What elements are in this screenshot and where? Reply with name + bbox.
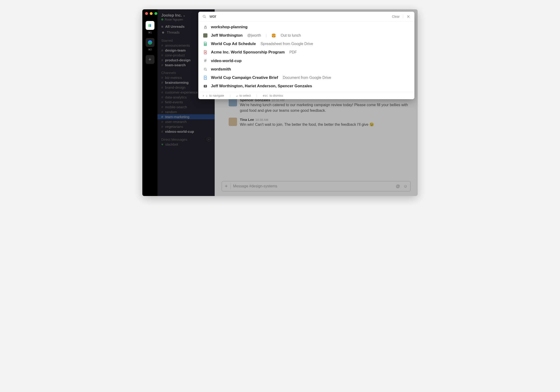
search-header: Clear [198,12,414,21]
search-result[interactable]: workshop-planning [198,23,414,31]
window-controls [145,12,157,15]
maximize-window-button[interactable] [154,12,157,15]
hash-icon: # [203,58,208,63]
hash-icon: # [161,105,163,109]
search-footer: ↑ ↓ to navigate | ↵ to select | esc to d… [198,92,414,99]
close-icon[interactable] [407,15,410,19]
result-title: Jeff Worthington [211,33,243,38]
minimize-window-button[interactable] [150,12,153,15]
current-user-name: Rose Nguyen [165,18,183,21]
hash-icon: # [161,48,163,52]
hash-icon: # [161,95,163,99]
hash-icon: # [161,76,163,80]
hash-icon: # [161,115,163,119]
avatar-icon [203,33,208,38]
search-result[interactable]: #video-world-cup [198,56,414,65]
svg-point-8 [204,68,206,70]
main-area: @ ☆ ⋮ e clear what interface. , you will… [215,9,418,196]
hash-icon: # [161,43,163,47]
result-subtitle: PDF [289,50,297,54]
sidebar-channel-random[interactable]: #random [158,110,215,114]
svg-line-2 [205,17,206,18]
svg-line-9 [206,70,207,71]
heart-icon: ♥ [161,142,163,146]
hash-icon: # [161,63,163,67]
result-subtitle: Document from Google Drive [283,76,331,80]
search-result[interactable]: Acme Inc. World Sponsorship ProgramPDF [198,48,414,56]
result-title: wordsmith [211,67,231,72]
svg-rect-5 [204,27,207,28]
workspace-name: Joolep Inc. [161,13,182,18]
hash-icon: # [161,110,163,114]
search-result[interactable]: 3Jeff Worthington, Hariet Anderson, Spen… [198,82,414,90]
list-icon: ≡ [161,24,163,29]
sheet-icon [203,42,208,46]
workspace-button-2[interactable] [146,38,154,47]
presence-indicator [161,19,163,20]
section-dms: Direct Messages+ [158,134,215,142]
result-title: World Cup Campaign Creative Brief [211,75,278,80]
sidebar-channel-vegetarians[interactable]: #vegetarians [158,124,215,129]
add-workspace-button[interactable]: + [146,55,154,64]
doc-icon [203,76,208,80]
search-result[interactable]: Jeff Worthington@jworth|🍔Out to lunch [198,31,414,40]
close-window-button[interactable] [145,12,148,15]
result-title: video-world-cup [211,59,241,63]
hash-icon: # [161,125,163,129]
status-text: Out to lunch [281,33,301,38]
search-icon [202,15,206,19]
sidebar-channel-team-marketing[interactable]: #team-marketing [158,114,215,119]
result-handle: @jworth [247,33,261,38]
hash-icon: # [161,85,163,89]
threads-icon: ☻ [161,30,165,34]
hash-icon: # [161,58,163,62]
workspace-shortcut-1: ⌘1 [148,31,152,34]
hash-icon: # [161,120,163,124]
result-title: workshop-planning [211,25,248,30]
pdf-icon [203,50,208,54]
result-title: Acme Inc. World Sponsorship Program [211,50,285,55]
result-subtitle: Spreadsheet from Google Drive [261,42,313,46]
hash-icon: # [161,130,163,133]
svg-point-1 [203,15,205,17]
status-emoji: 🍔 [271,33,276,38]
sidebar-channel-mobile-search[interactable]: #mobile-search [158,105,215,110]
search-result[interactable]: wordsmith [198,65,414,73]
search-result[interactable]: World Cup Campaign Creative BriefDocumen… [198,73,414,82]
result-title: World Cup Ad Schedule [211,41,256,46]
hash-icon: # [161,53,163,57]
clear-button[interactable]: Clear [392,15,403,19]
hash-icon: # [161,90,163,94]
chevron-down-icon: ⌄ [183,14,185,17]
dm-item-slackbot[interactable]: ♥slackbot [158,142,215,147]
search-results: workshop-planningJeff Worthington@jworth… [198,21,414,92]
search-icon [203,68,208,71]
search-popover: Clear workshop-planningJeff Worthington@… [198,12,414,99]
app-window: ⌘1 ⌘2 + Joolep Inc. ⌄ Rose Nguyen ≡All U… [142,9,418,196]
sidebar-channel-user-research[interactable]: #user-research [158,119,215,124]
workspace-rail: ⌘1 ⌘2 + [142,9,158,196]
hash-icon: # [161,80,163,84]
workspace-button-1[interactable] [146,21,154,30]
sidebar-channel-videos-world-cup[interactable]: #videos-world-cup [158,129,215,134]
result-title: Jeff Worthington, Hariet Anderson, Spenc… [211,84,312,89]
add-dm-button[interactable]: + [207,137,211,141]
hash-icon: # [161,100,163,104]
search-input[interactable] [210,14,392,19]
workspace-shortcut-2: ⌘2 [148,48,152,51]
lock-icon [203,25,208,29]
badge-icon: 3 [203,85,208,88]
search-result[interactable]: World Cup Ad ScheduleSpreadsheet from Go… [198,40,414,48]
sidebar-channel-field-events[interactable]: #field-events [158,100,215,105]
